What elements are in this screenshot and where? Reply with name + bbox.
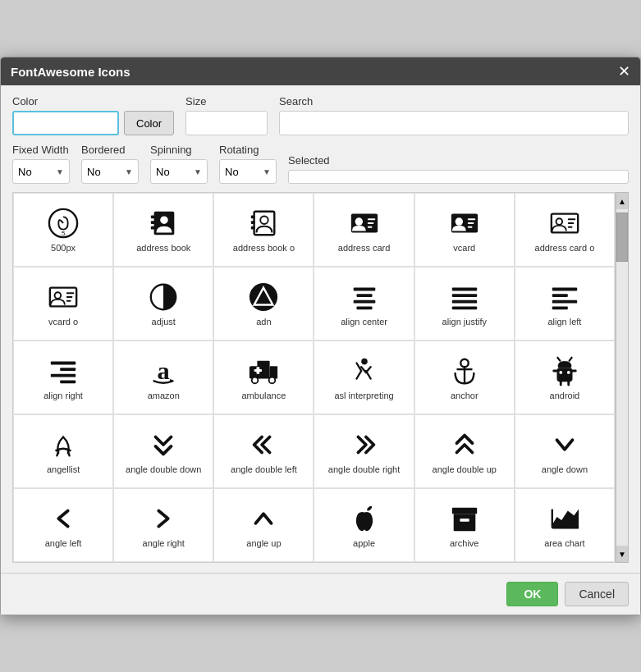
icon-cell-address-card-o[interactable]: address card o: [515, 193, 615, 267]
selected-label: Selected: [288, 154, 629, 167]
fixed-width-dropdown[interactable]: No Yes: [18, 166, 53, 178]
icon-cell-address-card[interactable]: address card: [314, 193, 414, 267]
svg-rect-77: [460, 519, 469, 522]
svg-point-60: [361, 359, 368, 365]
fixed-width-arrow: ▼: [56, 167, 64, 176]
icon-cell-angle-double-up[interactable]: angle double up: [414, 414, 515, 488]
svg-rect-42: [452, 306, 477, 309]
bordered-group: Bordered No Yes ▼: [81, 144, 139, 184]
icon-cell-asl-interpreting[interactable]: asl interpreting: [314, 341, 414, 414]
scrollbar-thumb[interactable]: [616, 213, 628, 262]
icon-cell-align-right[interactable]: align right: [13, 341, 113, 414]
icon-label-apple: apple: [353, 537, 375, 549]
icon-label-align-left: align left: [547, 316, 581, 327]
svg-point-23: [556, 218, 562, 225]
icon-cell-angle-right[interactable]: angle right: [113, 488, 213, 562]
icon-cell-angle-double-right[interactable]: angle double right: [314, 414, 414, 488]
svg-rect-46: [552, 306, 568, 309]
icon-cell-angle-double-left[interactable]: angle double left: [213, 414, 314, 488]
icon-label-angle-left: angle left: [45, 537, 82, 549]
icons-grid-wrapper: 5500pxaddress bookaddress book oaddress …: [12, 192, 616, 563]
bordered-arrow: ▼: [125, 167, 133, 176]
icon-label-angle-double-right: angle double right: [328, 464, 400, 475]
icon-cell-adjust[interactable]: adjust: [113, 267, 213, 341]
icon-symbol-500px: 5: [48, 208, 79, 242]
icon-label-angle-double-left: angle double left: [231, 464, 297, 475]
rotating-dropdown[interactable]: No Yes: [225, 166, 259, 178]
icon-cell-archive[interactable]: archive: [414, 488, 515, 562]
svg-line-68: [570, 358, 572, 361]
icon-cell-area-chart[interactable]: area chart: [515, 488, 615, 562]
icon-cell-angellist[interactable]: angellist: [13, 414, 113, 488]
bordered-dropdown[interactable]: No Yes: [87, 166, 121, 178]
svg-point-13: [355, 217, 363, 226]
icon-cell-adn[interactable]: adn: [213, 267, 314, 341]
icon-cell-500px[interactable]: 5500px: [13, 193, 113, 267]
icon-label-angellist: angellist: [47, 464, 80, 475]
icon-label-angle-up: angle up: [246, 537, 281, 549]
icon-label-anchor: anchor: [451, 390, 478, 401]
rotating-select[interactable]: No Yes ▼: [219, 159, 277, 184]
icon-symbol-angle-double-up: [449, 429, 480, 464]
icon-cell-address-book-o[interactable]: address book o: [213, 193, 314, 267]
icon-label-align-right: align right: [43, 390, 83, 401]
color-button[interactable]: Color: [124, 111, 174, 135]
size-input[interactable]: [185, 111, 268, 135]
icon-cell-android[interactable]: android: [515, 341, 615, 414]
icon-label-500px: 500px: [51, 242, 76, 254]
icon-cell-angle-down[interactable]: angle down: [515, 414, 615, 488]
icon-cell-apple[interactable]: apple: [314, 488, 414, 562]
search-label: Search: [279, 95, 629, 107]
icon-symbol-angle-double-down: [148, 429, 179, 464]
svg-rect-39: [452, 287, 477, 290]
scroll-up-button[interactable]: ▲: [616, 193, 628, 209]
close-button[interactable]: ✕: [618, 64, 630, 79]
spinning-select[interactable]: No Yes ▼: [150, 159, 208, 184]
icon-cell-address-book[interactable]: address book: [113, 193, 213, 267]
icon-cell-align-left[interactable]: align left: [515, 267, 615, 341]
icon-label-area-chart: area chart: [544, 537, 585, 549]
icon-label-address-book-o: address book o: [233, 242, 295, 254]
scroll-down-button[interactable]: ▼: [616, 546, 628, 562]
icon-symbol-address-book-o: [248, 208, 279, 242]
svg-rect-45: [552, 300, 577, 304]
icon-cell-amazon[interactable]: aamazon: [113, 341, 213, 414]
spinning-dropdown[interactable]: No Yes: [156, 166, 190, 178]
fixed-width-select[interactable]: No Yes ▼: [12, 159, 70, 184]
icon-label-address-book: address book: [136, 242, 190, 254]
icon-cell-align-center[interactable]: align center: [314, 267, 414, 341]
icon-symbol-adn: [248, 281, 279, 316]
icon-symbol-amazon: a: [148, 355, 179, 390]
icon-cell-ambulance[interactable]: ambulance: [213, 341, 314, 414]
icon-symbol-align-left: [549, 281, 580, 316]
selected-input[interactable]: [288, 170, 629, 184]
icon-symbol-align-justify: [449, 281, 480, 316]
icon-label-adjust: adjust: [152, 316, 176, 327]
svg-rect-38: [356, 306, 372, 309]
bordered-select[interactable]: No Yes ▼: [81, 159, 139, 184]
icons-grid: 5500pxaddress bookaddress book oaddress …: [12, 192, 616, 563]
icon-cell-vcard-o[interactable]: vcard o: [13, 267, 113, 341]
svg-line-67: [557, 358, 560, 361]
icon-cell-align-justify[interactable]: align justify: [414, 267, 515, 341]
svg-point-18: [455, 217, 463, 226]
svg-rect-20: [468, 222, 474, 224]
svg-point-3: [160, 216, 168, 224]
color-input[interactable]: [12, 111, 119, 135]
search-input[interactable]: [279, 111, 629, 135]
icon-label-align-justify: align justify: [442, 316, 487, 327]
icon-cell-vcard[interactable]: vcard: [414, 193, 515, 267]
icon-cell-angle-up[interactable]: angle up: [213, 488, 314, 562]
icon-label-vcard-o: vcard o: [48, 316, 78, 327]
svg-rect-5: [151, 221, 155, 224]
ok-button[interactable]: OK: [506, 582, 558, 606]
icon-cell-angle-left[interactable]: angle left: [13, 488, 113, 562]
icon-symbol-angle-left: [48, 503, 79, 537]
svg-rect-19: [468, 218, 476, 220]
icon-cell-anchor[interactable]: anchor: [414, 341, 515, 414]
size-label: Size: [185, 95, 268, 107]
icon-cell-angle-double-down[interactable]: angle double down: [113, 414, 213, 488]
svg-rect-47: [51, 361, 76, 364]
cancel-button[interactable]: Cancel: [565, 582, 629, 606]
svg-rect-10: [251, 221, 255, 224]
